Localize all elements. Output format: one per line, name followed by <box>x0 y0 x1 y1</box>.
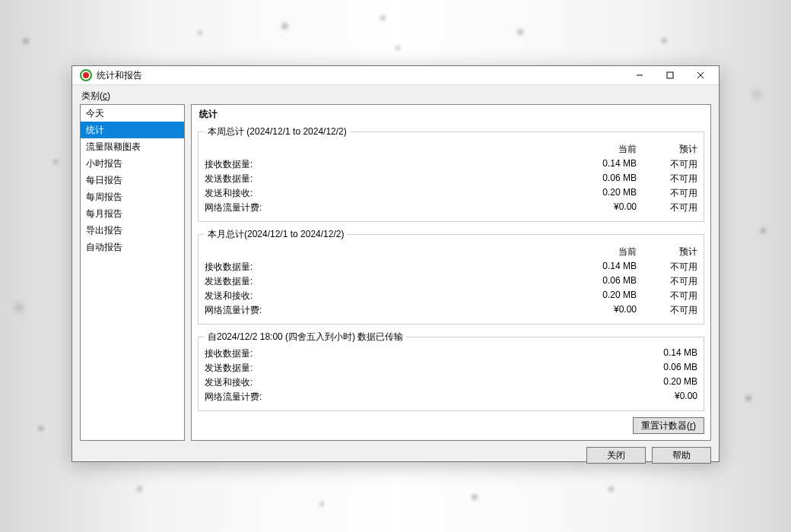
since-legend: 自2024/12/2 18:00 (四舍五入到小时) 数据已传输 <box>205 331 406 344</box>
sidebar-item-8[interactable]: 自动报告 <box>81 239 184 255</box>
monthly-group: 本月总计(2024/12/1 to 2024/12/2) 当前 预计 接收数据量… <box>198 228 704 325</box>
titlebar[interactable]: 统计和报告 <box>72 66 719 85</box>
row-cost: 网络流量计费: <box>205 201 576 215</box>
maximize-button[interactable] <box>655 66 685 84</box>
sidebar-item-7[interactable]: 导出报告 <box>81 222 184 239</box>
col-current: 当前 <box>576 141 637 157</box>
panel-title: 统计 <box>199 108 704 121</box>
sidebar-item-4[interactable]: 每日报告 <box>81 172 184 188</box>
row-send: 发送数据量: <box>205 172 576 186</box>
dialog-footer: 关闭 帮助 <box>80 441 711 464</box>
col-projected: 预计 <box>637 141 697 157</box>
help-button[interactable]: 帮助 <box>652 447 711 464</box>
svg-rect-1 <box>667 72 673 78</box>
sidebar-item-5[interactable]: 每周报告 <box>81 188 184 205</box>
close-dialog-button[interactable]: 关闭 <box>586 447 646 464</box>
weekly-group: 本周总计 (2024/12/1 to 2024/12/2) 当前 预计 接收数据… <box>198 125 704 222</box>
sidebar-item-2[interactable]: 流量限额图表 <box>81 138 184 155</box>
reset-counter-button[interactable]: 重置计数器(r) <box>633 417 704 434</box>
close-button[interactable] <box>685 66 716 84</box>
weekly-legend: 本周总计 (2024/12/1 to 2024/12/2) <box>205 125 350 138</box>
row-recv: 接收数据量: <box>205 157 576 172</box>
stats-window: 统计和报告 类别(c) 今天统计流量限额图表小时报告每日报告每周报告每月报告导出… <box>71 65 720 462</box>
minimize-button[interactable] <box>624 66 655 84</box>
category-list[interactable]: 今天统计流量限额图表小时报告每日报告每周报告每月报告导出报告自动报告 <box>80 104 185 441</box>
stats-panel: 统计 本周总计 (2024/12/1 to 2024/12/2) 当前 预计 接… <box>191 104 711 441</box>
app-icon <box>80 69 92 81</box>
sidebar-item-6[interactable]: 每月报告 <box>81 205 184 222</box>
window-title: 统计和报告 <box>97 69 624 82</box>
since-group: 自2024/12/2 18:00 (四舍五入到小时) 数据已传输 接收数据量: … <box>198 331 704 411</box>
sidebar-item-3[interactable]: 小时报告 <box>81 155 184 172</box>
row-both: 发送和接收: <box>205 186 576 201</box>
monthly-legend: 本月总计(2024/12/1 to 2024/12/2) <box>205 228 347 241</box>
sidebar-item-0[interactable]: 今天 <box>81 105 184 122</box>
sidebar-label: 类别(c) <box>80 90 711 104</box>
sidebar-item-1[interactable]: 统计 <box>81 122 184 138</box>
